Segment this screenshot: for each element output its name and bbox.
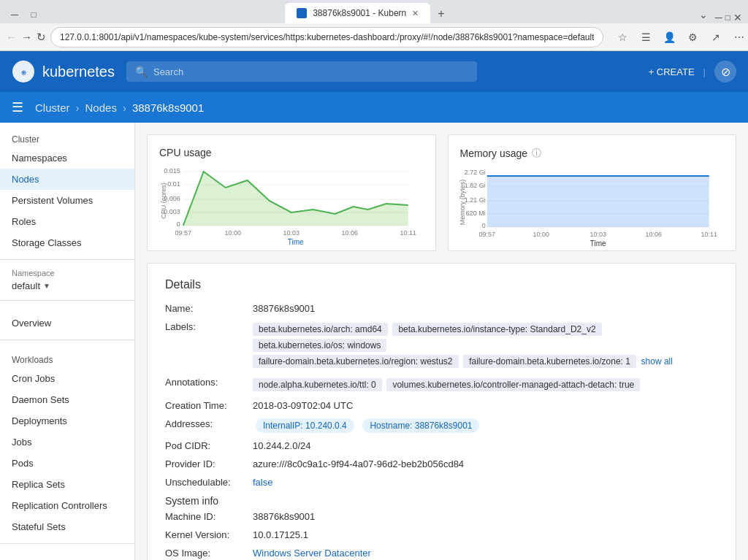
name-label: Name:: [165, 303, 253, 314]
namespace-select[interactable]: default ▼: [12, 280, 123, 291]
sidebar-item-replica-sets[interactable]: Replica Sets: [0, 474, 134, 495]
overview-section: Overview: [0, 304, 134, 337]
svg-text:Time: Time: [589, 239, 606, 248]
tab-bar: ─ □ 38876k8s9001 - Kubern ✕ + ⌄ ─ □ ✕: [0, 0, 748, 23]
extensions-button[interactable]: ⚙: [682, 27, 703, 47]
sidebar-divider-4: [0, 543, 134, 544]
creation-value: 2018-03-09T02:04 UTC: [253, 400, 718, 411]
svg-text:10:03: 10:03: [589, 231, 606, 238]
sidebar-item-cron-jobs[interactable]: Cron Jobs: [0, 368, 134, 389]
logo-area: ⎈ kubernetes: [12, 60, 115, 83]
window-control-minimize[interactable]: ─: [6, 6, 23, 23]
active-tab[interactable]: 38876k8s9001 - Kubern ✕: [285, 3, 430, 23]
detail-row-unschedulable: Unschedulable: false: [165, 477, 718, 488]
namespace-dropdown-icon: ▼: [43, 282, 50, 290]
label-tag-0: beta.kubernetes.io/arch: amd64: [253, 323, 388, 336]
sidebar-item-replication-controllers[interactable]: Replication Controllers: [0, 495, 134, 516]
hamburger-menu[interactable]: ☰: [12, 99, 23, 115]
breadcrumb-cluster[interactable]: Cluster: [35, 101, 70, 114]
os-image-label: OS Image:: [165, 548, 253, 559]
search-bar[interactable]: 🔍: [126, 61, 477, 82]
cpu-chart-area: 0.015 0.01 0.006 0.003 0 CPU (cores): [159, 164, 424, 237]
machine-id-value: 38876k8s9001: [253, 511, 718, 522]
sidebar-item-overview[interactable]: Overview: [0, 312, 134, 334]
back-button[interactable]: ←: [6, 27, 17, 47]
app-brand: kubernetes: [42, 64, 115, 80]
user-icon[interactable]: ⊘: [714, 61, 736, 83]
address-text: 127.0.0.1:8001/api/v1/namespaces/kube-sy…: [60, 32, 594, 42]
window-control-restore[interactable]: □: [25, 6, 42, 23]
charts-row: CPU usage 0.015 0.01 0.006 0.003 0 CPU (…: [147, 134, 736, 251]
browser-nav-icons: ☆ ☰ 👤 ⚙ ↗ ⋯: [612, 27, 748, 47]
address-bar[interactable]: 127.0.0.1:8001/api/v1/namespaces/kube-sy…: [50, 27, 603, 47]
cpu-chart-title: CPU usage: [159, 147, 424, 158]
sidebar-item-stateful-sets[interactable]: Stateful Sets: [0, 516, 134, 537]
sidebar-item-deployments[interactable]: Deployments: [0, 410, 134, 431]
show-all-link[interactable]: show all: [641, 356, 673, 367]
refresh-button[interactable]: ↻: [37, 27, 46, 47]
provider-value: azure:///8c0c9a1c-9f94-4a07-96d2-beb2b05…: [253, 459, 718, 469]
forward-button[interactable]: →: [21, 27, 32, 47]
main-layout: Cluster Namespaces Nodes Persistent Volu…: [0, 123, 748, 560]
kernel-value: 10.0.17125.1: [253, 529, 718, 540]
create-button[interactable]: + CREATE: [649, 66, 695, 77]
app: ⎈ kubernetes 🔍 + CREATE | ⊘ ☰ Cluster › …: [0, 51, 748, 560]
pod-cidr-label: Pod CIDR:: [165, 440, 253, 451]
svg-text:10:03: 10:03: [283, 229, 299, 237]
system-info-title: System info: [165, 495, 718, 507]
breadcrumb-bar: ☰ Cluster › Nodes › 38876k8s9001: [0, 92, 748, 123]
provider-label: Provider ID:: [165, 459, 253, 469]
discovery-section: Discovery and Load Balancing Ingresses S…: [0, 547, 134, 560]
detail-row-creation: Creation Time: 2018-03-09T02:04 UTC: [165, 400, 718, 411]
breadcrumb-nodes[interactable]: Nodes: [85, 101, 117, 114]
namespace-value: default: [12, 280, 40, 291]
svg-text:10:06: 10:06: [341, 229, 358, 237]
svg-text:2.72 Gi: 2.72 Gi: [464, 169, 485, 176]
browser-chrome: ─ □ 38876k8s9001 - Kubern ✕ + ⌄ ─ □ ✕ ← …: [0, 0, 748, 51]
breadcrumb-current: 38876k8s9001: [132, 101, 204, 114]
account-button[interactable]: 👤: [659, 27, 679, 47]
tab-close-button[interactable]: ✕: [412, 9, 419, 18]
namespace-section: Namespace default ▼: [0, 263, 134, 297]
sidebar-item-daemon-sets[interactable]: Daemon Sets: [0, 389, 134, 410]
window-max-btn[interactable]: □: [725, 12, 730, 23]
header-actions: + CREATE | ⊘: [649, 61, 736, 83]
label-tag-4: failure-domain.beta.kubernetes.io/zone: …: [463, 355, 636, 368]
new-tab-button[interactable]: +: [432, 4, 450, 23]
sidebar-item-storage-classes[interactable]: Storage Classes: [0, 232, 134, 253]
window-close-btn[interactable]: ✕: [733, 12, 742, 23]
sidebar-item-persistent-volumes[interactable]: Persistent Volumes: [0, 190, 134, 211]
sidebar-item-pods[interactable]: Pods: [0, 453, 134, 474]
reading-list-button[interactable]: ☰: [636, 27, 656, 47]
svg-text:1.82 Gi: 1.82 Gi: [464, 182, 485, 189]
label-tag-2: beta.kubernetes.io/os: windows: [253, 339, 386, 352]
annotation-tag-0: node.alpha.kubernetes.io/ttl: 0: [253, 378, 382, 391]
annotation-tag-1: volumes.kubernetes.io/controller-managed…: [386, 378, 640, 391]
window-min-btn[interactable]: ─: [715, 12, 722, 23]
detail-row-os-image: OS Image: Windows Server Datacenter: [165, 548, 718, 559]
svg-text:⎈: ⎈: [21, 67, 27, 77]
sidebar-item-roles[interactable]: Roles: [0, 211, 134, 232]
labels-label: Labels:: [165, 321, 253, 332]
breadcrumb-sep-2: ›: [123, 101, 126, 114]
tab-menu-button[interactable]: ⌄: [693, 6, 714, 23]
svg-text:0.015: 0.015: [164, 167, 180, 174]
breadcrumb-sep-1: ›: [76, 101, 80, 114]
annotations-label: Annotations:: [165, 377, 253, 388]
machine-id-label: Machine ID:: [165, 511, 253, 522]
menu-button[interactable]: ⋯: [729, 27, 748, 47]
share-button[interactable]: ↗: [706, 27, 726, 47]
search-icon: 🔍: [135, 66, 148, 77]
svg-text:10:11: 10:11: [701, 231, 717, 238]
bookmarks-button[interactable]: ☆: [612, 27, 633, 47]
tab-favicon: [297, 8, 307, 18]
sidebar-item-namespaces[interactable]: Namespaces: [0, 147, 134, 169]
svg-text:10:00: 10:00: [533, 231, 549, 238]
detail-row-labels: Labels: beta.kubernetes.io/arch: amd64 b…: [165, 321, 718, 369]
search-input[interactable]: [153, 66, 468, 77]
detail-row-provider: Provider ID: azure:///8c0c9a1c-9f94-4a07…: [165, 459, 718, 469]
kernel-label: Kernel Version:: [165, 529, 253, 540]
sidebar-item-jobs[interactable]: Jobs: [0, 431, 134, 453]
svg-marker-13: [183, 172, 408, 226]
sidebar-item-nodes[interactable]: Nodes: [0, 169, 134, 190]
